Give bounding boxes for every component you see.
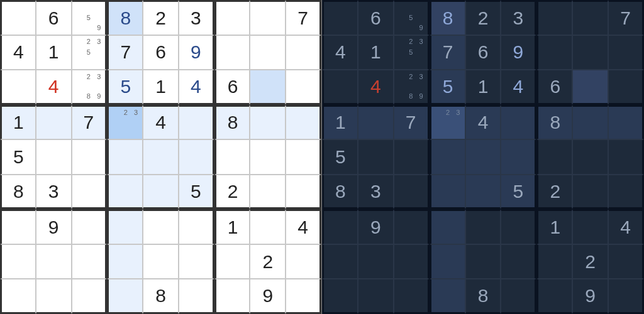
cell-r8-c6[interactable] (536, 279, 572, 314)
cell-r6-c7[interactable] (250, 209, 286, 244)
cell-r3-c5[interactable] (179, 105, 214, 140)
cell-r4-c8[interactable] (286, 139, 321, 175)
cell-r7-c3[interactable] (107, 244, 143, 279)
cell-r6-c1[interactable]: 9 (358, 209, 394, 244)
cell-r1-c6[interactable] (536, 35, 572, 70)
cell-r4-c5[interactable] (501, 139, 536, 175)
cell-r4-c5[interactable] (179, 139, 214, 175)
cell-r2-c2[interactable]: 2389 (394, 70, 430, 105)
cell-r2-c1[interactable]: 4 (36, 70, 72, 105)
cell-r6-c3[interactable] (430, 209, 465, 244)
cell-r8-c7[interactable]: 9 (250, 279, 286, 314)
cell-r0-c3[interactable]: 8 (107, 0, 143, 35)
cell-r6-c8[interactable]: 4 (286, 209, 321, 244)
cell-r3-c2[interactable]: 7 (72, 105, 108, 140)
cell-r4-c6[interactable] (536, 139, 572, 175)
cell-r4-c1[interactable] (358, 139, 394, 175)
cell-r1-c6[interactable] (214, 35, 250, 70)
cell-r7-c8[interactable] (608, 244, 644, 279)
cell-r0-c7[interactable] (250, 0, 286, 35)
cell-r0-c6[interactable] (214, 0, 250, 35)
cell-r7-c7[interactable]: 2 (250, 244, 286, 279)
cell-r4-c7[interactable] (572, 139, 608, 175)
cell-r7-c1[interactable] (358, 244, 394, 279)
cell-r5-c6[interactable]: 2 (214, 175, 250, 210)
cell-r3-c7[interactable] (250, 105, 286, 140)
cell-r2-c4[interactable]: 1 (143, 70, 179, 105)
cell-r5-c2[interactable] (394, 175, 430, 210)
cell-r5-c2[interactable] (72, 175, 108, 210)
cell-r7-c6[interactable] (214, 244, 250, 279)
cell-r8-c2[interactable] (394, 279, 430, 314)
cell-r5-c8[interactable] (286, 175, 321, 210)
cell-r1-c8[interactable] (286, 35, 321, 70)
cell-r3-c6[interactable]: 8 (536, 105, 572, 140)
cell-r4-c2[interactable] (394, 139, 430, 175)
cell-r0-c0[interactable] (0, 0, 36, 35)
cell-r7-c1[interactable] (36, 244, 72, 279)
cell-r4-c3[interactable] (430, 139, 465, 175)
cell-r8-c8[interactable] (286, 279, 321, 314)
cell-r1-c7[interactable] (250, 35, 286, 70)
cell-r4-c8[interactable] (608, 139, 644, 175)
cell-r3-c1[interactable] (358, 105, 394, 140)
cell-r5-c7[interactable] (250, 175, 286, 210)
cell-r4-c2[interactable] (72, 139, 108, 175)
cell-r6-c5[interactable] (179, 209, 214, 244)
cell-r1-c5[interactable]: 9 (501, 35, 536, 70)
cell-r4-c3[interactable] (107, 139, 143, 175)
cell-r1-c2[interactable]: 235 (394, 35, 430, 70)
cell-r6-c2[interactable] (394, 209, 430, 244)
cell-r7-c2[interactable] (394, 244, 430, 279)
cell-r8-c3[interactable] (430, 279, 465, 314)
cell-r4-c0[interactable]: 5 (0, 139, 36, 175)
cell-r3-c4[interactable]: 4 (465, 105, 501, 140)
cell-r2-c6[interactable]: 6 (536, 70, 572, 105)
cell-r8-c5[interactable] (179, 279, 214, 314)
cell-r0-c1[interactable]: 6 (36, 0, 72, 35)
cell-r7-c7[interactable]: 2 (572, 244, 608, 279)
cell-r7-c3[interactable] (430, 244, 465, 279)
cell-r8-c8[interactable] (608, 279, 644, 314)
cell-r0-c3[interactable]: 8 (430, 0, 465, 35)
cell-r1-c0[interactable]: 4 (322, 35, 358, 70)
cell-r5-c5[interactable]: 5 (501, 175, 536, 210)
cell-r8-c4[interactable]: 8 (143, 279, 179, 314)
cell-r6-c3[interactable] (107, 209, 143, 244)
cell-r8-c0[interactable] (322, 279, 358, 314)
cell-r5-c4[interactable] (143, 175, 179, 210)
cell-r3-c4[interactable]: 4 (143, 105, 179, 140)
cell-r3-c5[interactable] (501, 105, 536, 140)
cell-r0-c4[interactable]: 2 (465, 0, 501, 35)
cell-r7-c5[interactable] (179, 244, 214, 279)
cell-r1-c3[interactable]: 7 (107, 35, 143, 70)
cell-r2-c2[interactable]: 2389 (72, 70, 108, 105)
cell-r7-c6[interactable] (536, 244, 572, 279)
cell-r3-c3[interactable]: 23 (430, 105, 465, 140)
cell-r7-c8[interactable] (286, 244, 321, 279)
cell-r4-c1[interactable] (36, 139, 72, 175)
cell-r5-c3[interactable] (430, 175, 465, 210)
cell-r8-c3[interactable] (107, 279, 143, 314)
cell-r8-c5[interactable] (501, 279, 536, 314)
cell-r6-c6[interactable]: 1 (536, 209, 572, 244)
cell-r0-c5[interactable]: 3 (501, 0, 536, 35)
cell-r5-c3[interactable] (107, 175, 143, 210)
cell-r8-c1[interactable] (358, 279, 394, 314)
cell-r6-c7[interactable] (572, 209, 608, 244)
cell-r1-c1[interactable]: 1 (36, 35, 72, 70)
cell-r2-c8[interactable] (608, 70, 644, 105)
cell-r1-c2[interactable]: 235 (72, 35, 108, 70)
cell-r5-c0[interactable]: 8 (0, 175, 36, 210)
cell-r8-c6[interactable] (214, 279, 250, 314)
cell-r3-c7[interactable] (572, 105, 608, 140)
cell-r6-c1[interactable]: 9 (36, 209, 72, 244)
cell-r0-c2[interactable]: 59 (394, 0, 430, 35)
cell-r6-c0[interactable] (0, 209, 36, 244)
cell-r0-c6[interactable] (536, 0, 572, 35)
cell-r1-c4[interactable]: 6 (465, 35, 501, 70)
cell-r6-c6[interactable]: 1 (214, 209, 250, 244)
cell-r0-c5[interactable]: 3 (179, 0, 214, 35)
cell-r2-c4[interactable]: 1 (465, 70, 501, 105)
cell-r3-c8[interactable] (286, 105, 321, 140)
